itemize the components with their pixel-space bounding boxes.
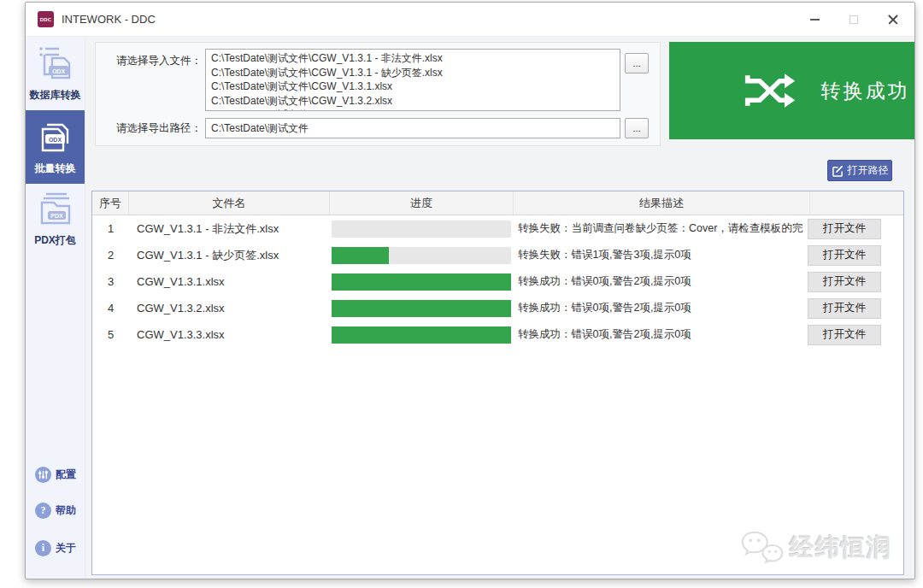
chat-bubbles-icon [740, 531, 785, 565]
sidebar-item-pdx-package[interactable]: PDX PDX打包 [26, 184, 85, 256]
status-banner: 转换成功 [669, 42, 915, 139]
maximize-icon [850, 15, 858, 24]
help-question-icon: ? [35, 503, 51, 519]
sidebar: ODX 数据库转换 ODX 批量转换 [26, 37, 85, 579]
import-file-path: C:\TestDate\测试文件\CGW_V1.3.1.xlsx [211, 79, 614, 94]
row-progress [330, 247, 514, 264]
shuffle-arrows-icon [744, 70, 797, 111]
export-browse-button[interactable]: ... [625, 118, 649, 138]
results-table: 序号 文件名 进度 结果描述 1 CGW_V1.3.1 - 非法文件.xlsx … [91, 191, 904, 575]
minimize-icon [810, 19, 820, 21]
progress-track [332, 247, 511, 264]
file-selection-panel: 请选择导入文件： C:\TestDate\测试文件\CGW_V1.3.1 - 非… [95, 42, 661, 146]
database-convert-icon: ODX [36, 44, 75, 83]
maximize-button[interactable] [834, 3, 873, 37]
table-row: 4 CGW_V1.3.2.xlsx 转换成功：错误0项,警告2项,提示0项 打开… [92, 295, 903, 321]
sidebar-item-batch-convert[interactable]: ODX 批量转换 [26, 110, 85, 184]
table-row: 1 CGW_V1.3.1 - 非法文件.xlsx 转换失败：当前调查问卷缺少页签… [92, 215, 903, 242]
header-filename: 文件名 [129, 191, 330, 215]
table-row: 2 CGW_V1.3.1 - 缺少页签.xlsx 转换失败：错误1项,警告3项,… [92, 242, 903, 268]
table-row: 5 CGW_V1.3.3.xlsx 转换成功：错误0项,警告2项,提示0项 打开… [92, 321, 903, 348]
progress-fill [332, 247, 389, 264]
progress-fill [332, 300, 511, 317]
watermark-logo: 经纬恒润 [740, 531, 892, 565]
row-result: 转换成功：错误0项,警告2项,提示0项 [514, 301, 810, 315]
row-result: 转换失败：当前调查问卷缺少页签：Cover，请检查模板的完 [514, 221, 810, 236]
import-files-label: 请选择导入文件： [103, 54, 202, 68]
pdx-badge-label: PDX [50, 213, 63, 219]
export-path-label: 请选择导出路径： [103, 121, 202, 136]
open-path-label: 打开路径 [848, 163, 889, 178]
row-filename: CGW_V1.3.2.xlsx [129, 302, 330, 315]
open-file-button[interactable]: 打开文件 [808, 298, 881, 319]
row-filename: CGW_V1.3.1.xlsx [129, 275, 330, 288]
table-row: 3 CGW_V1.3.1.xlsx 转换成功：错误0项,警告2项,提示0项 打开… [92, 268, 903, 295]
progress-track [332, 220, 511, 238]
sidebar-item-label: 配置 [56, 467, 76, 482]
row-progress [330, 326, 514, 344]
window-title: INTEWORK - DDC [62, 13, 156, 26]
settings-sliders-icon [35, 467, 51, 483]
sidebar-item-about[interactable]: i 关于 [26, 540, 85, 556]
import-files-input[interactable]: C:\TestDate\测试文件\CGW_V1.3.1 - 非法文件.xlsx … [205, 49, 620, 111]
watermark-text: 经纬恒润 [790, 532, 892, 564]
row-result: 转换失败：错误1项,警告3项,提示0项 [514, 248, 810, 262]
pdx-package-icon: PDX [36, 191, 75, 228]
sidebar-item-label: 帮助 [56, 503, 76, 518]
about-info-icon: i [35, 540, 51, 556]
progress-fill [332, 326, 511, 344]
export-path-input[interactable]: C:\TestDate\测试文件 [205, 118, 620, 138]
import-file-path: C:\TestDate\测试文件\CGW_V1.3.1 - 缺少页签.xlsx [211, 66, 614, 80]
minimize-button[interactable] [795, 3, 834, 37]
open-path-button[interactable]: 打开路径 [827, 160, 892, 181]
app-logo-icon: DDC [38, 11, 54, 27]
batch-convert-icon: ODX [36, 117, 75, 156]
import-file-path: C:\TestDate\测试文件\CGW_V1.3.3.xlsx [211, 108, 614, 111]
sidebar-item-label: PDX打包 [26, 233, 85, 248]
row-filename: CGW_V1.3.1 - 非法文件.xlsx [129, 221, 330, 237]
sidebar-item-database-convert[interactable]: ODX 数据库转换 [26, 37, 85, 110]
open-file-button[interactable]: 打开文件 [808, 272, 881, 292]
sidebar-item-help[interactable]: ? 帮助 [26, 503, 85, 519]
row-result: 转换成功：错误0项,警告2项,提示0项 [514, 274, 810, 289]
row-index: 2 [92, 249, 129, 262]
edit-icon [832, 165, 844, 177]
row-index: 5 [92, 328, 129, 341]
title-bar: DDC INTEWORK - DDC [26, 3, 914, 37]
header-progress: 进度 [330, 191, 514, 215]
row-result: 转换成功：错误0项,警告2项,提示0项 [514, 327, 810, 342]
import-file-path: C:\TestDate\测试文件\CGW_V1.3.1 - 非法文件.xlsx [211, 51, 614, 66]
open-file-button[interactable]: 打开文件 [808, 245, 881, 266]
progress-track [332, 273, 511, 291]
open-file-button[interactable]: 打开文件 [808, 219, 881, 239]
sidebar-item-settings[interactable]: 配置 [26, 467, 85, 483]
header-index: 序号 [92, 191, 129, 215]
open-file-button[interactable]: 打开文件 [808, 325, 881, 345]
row-filename: CGW_V1.3.3.xlsx [129, 328, 330, 341]
close-button[interactable] [873, 3, 913, 37]
progress-fill [332, 273, 511, 291]
row-index: 4 [92, 302, 129, 315]
row-index: 1 [92, 222, 129, 235]
header-result: 结果描述 [514, 191, 810, 215]
import-browse-button[interactable]: ... [625, 53, 649, 74]
sidebar-item-label: 批量转换 [26, 162, 85, 176]
header-action [810, 191, 903, 215]
progress-track [332, 326, 511, 344]
app-body: ODX 数据库转换 ODX 批量转换 [26, 37, 914, 579]
close-icon [888, 15, 898, 25]
row-progress [330, 220, 514, 238]
progress-track [332, 300, 511, 317]
app-logo-text: DDC [40, 17, 52, 22]
row-progress [330, 273, 514, 291]
sidebar-item-label: 关于 [56, 541, 76, 556]
row-index: 3 [92, 275, 129, 288]
odx-badge-label: ODX [51, 68, 65, 74]
row-progress [330, 300, 514, 317]
sidebar-item-label: 数据库转换 [26, 88, 85, 103]
table-header: 序号 文件名 进度 结果描述 [92, 191, 903, 215]
status-text: 转换成功 [821, 78, 910, 104]
import-file-path: C:\TestDate\测试文件\CGW_V1.3.2.xlsx [211, 94, 614, 109]
odx-badge-label: ODX [48, 137, 62, 143]
window-controls [795, 3, 913, 37]
